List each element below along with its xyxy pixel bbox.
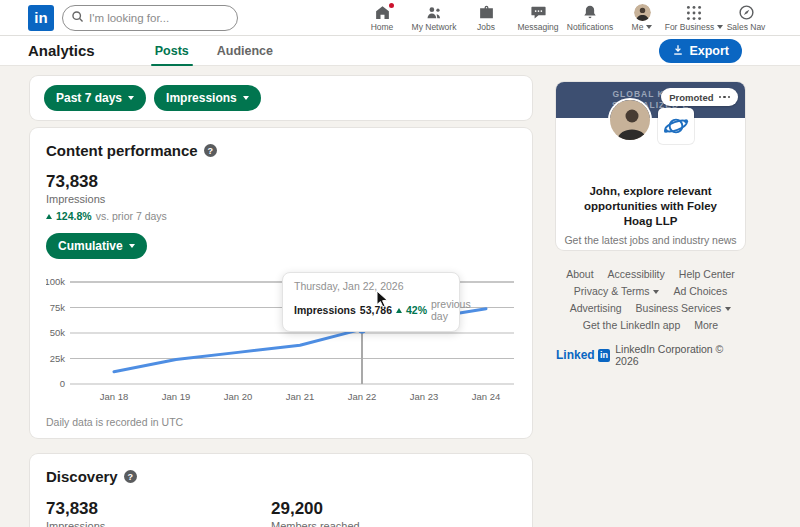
footer-links: AboutAccessibilityHelp CenterPrivacy & T… xyxy=(556,266,745,334)
nav-notifications[interactable]: Notifications xyxy=(564,0,616,36)
nav-messaging[interactable]: Messaging xyxy=(512,0,564,36)
top-navigation: in HomeMy NetworkJobsMessagingNotificati… xyxy=(0,0,800,36)
view-mode-dropdown[interactable]: Cumulative xyxy=(46,233,147,259)
content-performance-title: Content performance xyxy=(46,142,198,159)
svg-text:Jan 19: Jan 19 xyxy=(162,391,191,402)
impressions-chart[interactable]: 025k50k75k100kJan 18Jan 19Jan 20Jan 21Ja… xyxy=(46,272,516,407)
briefcase-icon xyxy=(478,4,495,21)
footer-link-privacy-terms[interactable]: Privacy & Terms xyxy=(574,283,660,300)
analytics-header: Analytics Posts Audience Export xyxy=(0,36,800,66)
svg-text:Jan 24: Jan 24 xyxy=(472,391,501,402)
discovery-title: Discovery xyxy=(46,468,118,485)
tab-audience[interactable]: Audience xyxy=(203,36,287,66)
nav-my-network[interactable]: My Network xyxy=(408,0,460,36)
search-icon xyxy=(71,9,84,27)
chevron-down-icon xyxy=(725,307,731,311)
bell-icon xyxy=(582,4,598,21)
company-logo[interactable] xyxy=(658,108,694,144)
chevron-down-icon xyxy=(129,244,135,248)
svg-text:0: 0 xyxy=(60,378,65,389)
search-input[interactable] xyxy=(89,12,219,24)
search-bar[interactable] xyxy=(62,5,238,31)
impressions-total: 73,838 xyxy=(46,172,516,192)
promoted-menu-button[interactable]: Promoted xyxy=(661,88,738,106)
nav-sales-nav[interactable]: Sales Nav xyxy=(720,0,772,36)
footer-link-business-services[interactable]: Business Services xyxy=(636,300,732,317)
metric-dropdown[interactable]: Impressions xyxy=(154,85,261,111)
nav-label: My Network xyxy=(412,22,457,32)
nav-for-business[interactable]: For Business xyxy=(668,0,720,36)
footer-link-more[interactable]: More xyxy=(694,317,718,334)
footer-brand: Linked in LinkedIn Corporation © 2026 xyxy=(556,343,745,367)
discovery-card: Discovery ? 73,838 Impressions 29,200 Me… xyxy=(30,454,532,527)
help-icon[interactable]: ? xyxy=(124,470,137,483)
triangle-up-icon xyxy=(396,308,402,313)
compass-icon xyxy=(738,4,755,21)
tooltip-date: Thursday, Jan 22, 2026 xyxy=(294,280,448,292)
member-avatar[interactable] xyxy=(608,98,652,142)
nav-items: HomeMy NetworkJobsMessagingNotifications… xyxy=(356,0,772,36)
svg-text:50k: 50k xyxy=(50,327,66,338)
export-button[interactable]: Export xyxy=(659,39,742,63)
nav-label: Notifications xyxy=(567,22,613,32)
impressions-label: Impressions xyxy=(46,193,516,205)
chevron-down-icon xyxy=(653,290,659,294)
footer-link-advertising[interactable]: Advertising xyxy=(570,300,622,317)
help-icon[interactable]: ? xyxy=(204,144,217,157)
copyright-text: LinkedIn Corporation © 2026 xyxy=(615,343,745,367)
nav-jobs[interactable]: Jobs xyxy=(460,0,512,36)
svg-text:75k: 75k xyxy=(50,302,66,313)
filters-card: Past 7 days Impressions xyxy=(30,76,532,120)
content-performance-card: Content performance ? 73,838 Impressions… xyxy=(30,128,532,438)
linkedin-logo[interactable]: in xyxy=(598,349,611,362)
svg-text:100k: 100k xyxy=(46,276,65,287)
chevron-down-icon xyxy=(128,96,134,100)
svg-text:Jan 23: Jan 23 xyxy=(410,391,439,402)
svg-text:Jan 21: Jan 21 xyxy=(286,391,315,402)
tooltip-metric: Impressions xyxy=(294,304,356,316)
nav-label: For Business xyxy=(665,22,724,32)
grid-icon xyxy=(686,4,702,21)
message-icon xyxy=(530,4,547,21)
ad-headline: John, explore relevant opportunities wit… xyxy=(556,184,745,229)
ad-subtext: Get the latest jobs and industry news xyxy=(556,234,745,246)
main-content: Past 7 days Impressions Content performa… xyxy=(30,76,532,527)
avatar-icon xyxy=(634,4,651,21)
footer-link-ad-choices[interactable]: Ad Choices xyxy=(673,283,727,300)
nav-home[interactable]: Home xyxy=(356,0,408,36)
discovery-members-reached: 29,200 Members reached xyxy=(271,499,496,527)
linkedin-logo[interactable]: in xyxy=(28,5,54,31)
impressions-change: 124.8% vs. prior 7 days xyxy=(46,210,516,222)
svg-text:Jan 20: Jan 20 xyxy=(224,391,253,402)
linkedin-analytics-page: in HomeMy NetworkJobsMessagingNotificati… xyxy=(0,0,800,527)
chevron-down-icon xyxy=(243,96,249,100)
right-rail: GLOBAL KNOW SPECIALIZED E Promoted John,… xyxy=(556,82,745,367)
nav-label: Sales Nav xyxy=(727,22,766,32)
nav-me[interactable]: Me xyxy=(616,0,668,36)
tab-posts[interactable]: Posts xyxy=(141,36,203,66)
svg-text:25k: 25k xyxy=(50,353,66,364)
svg-text:Jan 22: Jan 22 xyxy=(348,391,377,402)
chart-tooltip: Thursday, Jan 22, 2026 Impressions 53,78… xyxy=(282,272,460,332)
footer-link-get-the-linkedin-app[interactable]: Get the LinkedIn app xyxy=(583,317,681,334)
notification-badge xyxy=(387,1,396,10)
footer-link-help-center[interactable]: Help Center xyxy=(679,266,735,283)
utc-footnote: Daily data is recorded in UTC xyxy=(46,416,516,428)
chevron-down-icon xyxy=(646,25,652,29)
home-icon xyxy=(374,4,391,21)
nav-label: Home xyxy=(371,22,394,32)
linkedin-wordmark[interactable]: Linked xyxy=(556,348,595,362)
mouse-cursor-icon xyxy=(376,290,389,312)
promoted-ad-card: GLOBAL KNOW SPECIALIZED E Promoted John,… xyxy=(556,82,745,250)
footer-link-accessibility[interactable]: Accessibility xyxy=(608,266,665,283)
page-title: Analytics xyxy=(28,42,95,59)
nav-label: Me xyxy=(632,22,653,32)
analytics-tabs: Posts Audience xyxy=(141,36,287,66)
svg-text:Jan 18: Jan 18 xyxy=(100,391,129,402)
date-range-dropdown[interactable]: Past 7 days xyxy=(44,85,146,111)
download-icon xyxy=(672,44,684,59)
discovery-impressions: 73,838 Impressions xyxy=(46,499,271,527)
nav-label: Jobs xyxy=(477,22,495,32)
tooltip-change: 42% xyxy=(406,304,427,316)
footer-link-about[interactable]: About xyxy=(566,266,593,283)
